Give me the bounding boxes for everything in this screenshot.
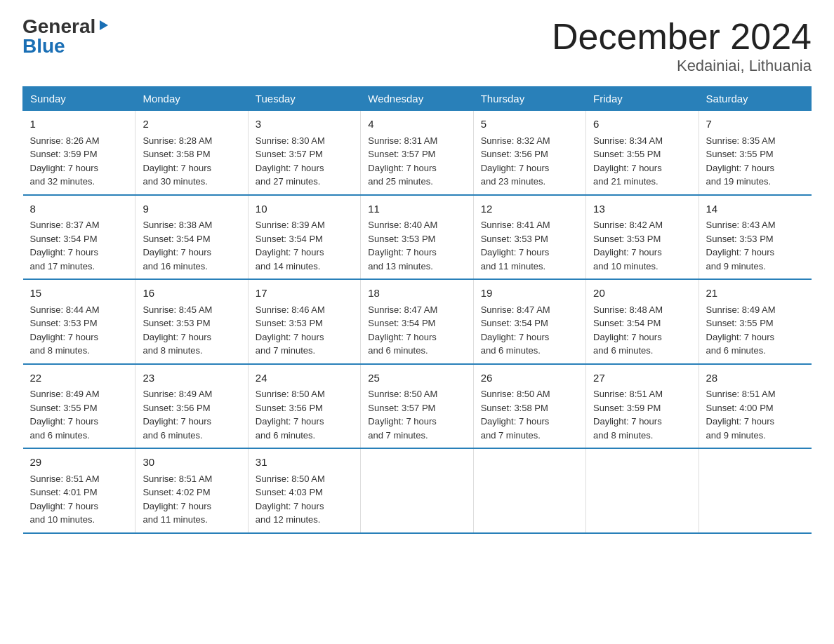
day-daylight: Daylight: 7 hours <box>143 332 211 342</box>
calendar-cell: 10 Sunrise: 8:39 AM Sunset: 3:54 PM Dayl… <box>248 195 360 280</box>
day-sunrise: Sunrise: 8:49 AM <box>30 389 100 399</box>
title-block: December 2024 Kedainiai, Lithuania <box>552 17 812 75</box>
calendar-cell: 7 Sunrise: 8:35 AM Sunset: 3:55 PM Dayli… <box>699 111 811 195</box>
day-sunset: Sunset: 4:03 PM <box>256 487 323 497</box>
page-header: General Blue December 2024 Kedainiai, Li… <box>22 17 812 75</box>
day-daylight: Daylight: 7 hours <box>368 332 437 342</box>
calendar-cell: 3 Sunrise: 8:30 AM Sunset: 3:57 PM Dayli… <box>248 111 360 195</box>
day-daylight: Daylight: 7 hours <box>256 247 324 257</box>
day-number: 1 <box>30 116 128 133</box>
day-daylight: Daylight: 7 hours <box>30 247 99 257</box>
day-sunset: Sunset: 3:57 PM <box>256 149 323 159</box>
calendar-cell <box>699 448 811 533</box>
calendar-cell: 14 Sunrise: 8:43 AM Sunset: 3:53 PM Dayl… <box>699 195 811 280</box>
day-daylight: Daylight: 7 hours <box>256 501 324 511</box>
day-minutes: and 12 minutes. <box>256 514 321 525</box>
day-minutes: and 10 minutes. <box>593 261 658 271</box>
header-wednesday: Wednesday <box>361 87 473 111</box>
day-number: 28 <box>706 370 805 387</box>
day-daylight: Daylight: 7 hours <box>368 416 437 427</box>
calendar-cell: 11 Sunrise: 8:40 AM Sunset: 3:53 PM Dayl… <box>361 195 473 280</box>
day-number: 6 <box>593 116 691 133</box>
header-monday: Monday <box>135 87 248 111</box>
day-minutes: and 30 minutes. <box>143 176 208 187</box>
day-daylight: Daylight: 7 hours <box>368 247 437 257</box>
day-sunrise: Sunrise: 8:51 AM <box>143 474 212 484</box>
day-number: 8 <box>30 201 128 217</box>
day-daylight: Daylight: 7 hours <box>256 163 324 173</box>
day-sunrise: Sunrise: 8:47 AM <box>368 304 437 315</box>
day-sunset: Sunset: 3:57 PM <box>368 149 435 159</box>
day-sunset: Sunset: 3:53 PM <box>143 318 210 328</box>
day-sunset: Sunset: 3:58 PM <box>143 149 210 159</box>
calendar-cell: 12 Sunrise: 8:41 AM Sunset: 3:53 PM Dayl… <box>473 195 585 280</box>
day-sunrise: Sunrise: 8:45 AM <box>143 304 212 315</box>
day-sunrise: Sunrise: 8:50 AM <box>481 389 550 399</box>
day-number: 27 <box>593 370 691 387</box>
calendar-week-5: 29 Sunrise: 8:51 AM Sunset: 4:01 PM Dayl… <box>23 448 812 533</box>
day-sunrise: Sunrise: 8:50 AM <box>256 389 325 399</box>
day-sunrise: Sunrise: 8:26 AM <box>30 135 100 146</box>
day-daylight: Daylight: 7 hours <box>256 332 324 342</box>
day-minutes: and 11 minutes. <box>143 514 208 525</box>
day-sunset: Sunset: 3:55 PM <box>706 149 774 159</box>
day-sunrise: Sunrise: 8:50 AM <box>368 389 437 399</box>
day-minutes: and 25 minutes. <box>368 176 433 187</box>
day-daylight: Daylight: 7 hours <box>706 163 775 173</box>
calendar-week-4: 22 Sunrise: 8:49 AM Sunset: 3:55 PM Dayl… <box>23 364 812 449</box>
day-sunrise: Sunrise: 8:41 AM <box>481 220 550 230</box>
day-sunset: Sunset: 3:56 PM <box>143 403 210 413</box>
day-minutes: and 6 minutes. <box>368 345 428 356</box>
day-sunrise: Sunrise: 8:40 AM <box>368 220 437 230</box>
day-daylight: Daylight: 7 hours <box>593 247 662 257</box>
day-sunrise: Sunrise: 8:35 AM <box>706 135 776 146</box>
day-number: 31 <box>256 455 353 471</box>
day-sunset: Sunset: 3:59 PM <box>30 149 98 159</box>
calendar-cell: 15 Sunrise: 8:44 AM Sunset: 3:53 PM Dayl… <box>23 279 135 364</box>
day-minutes: and 23 minutes. <box>481 176 546 187</box>
calendar-header-row: Sunday Monday Tuesday Wednesday Thursday… <box>23 87 812 111</box>
day-daylight: Daylight: 7 hours <box>706 332 775 342</box>
calendar-cell: 18 Sunrise: 8:47 AM Sunset: 3:54 PM Dayl… <box>361 279 473 364</box>
day-daylight: Daylight: 7 hours <box>368 163 437 173</box>
day-minutes: and 10 minutes. <box>30 514 95 525</box>
day-number: 26 <box>481 370 578 387</box>
day-sunset: Sunset: 4:01 PM <box>30 487 98 497</box>
day-number: 24 <box>256 370 353 387</box>
day-sunset: Sunset: 3:53 PM <box>706 234 774 244</box>
day-sunset: Sunset: 3:55 PM <box>706 318 774 328</box>
day-minutes: and 11 minutes. <box>481 261 546 271</box>
day-minutes: and 16 minutes. <box>143 261 208 271</box>
day-number: 3 <box>256 116 353 133</box>
calendar-cell: 13 Sunrise: 8:42 AM Sunset: 3:53 PM Dayl… <box>586 195 699 280</box>
calendar-week-1: 1 Sunrise: 8:26 AM Sunset: 3:59 PM Dayli… <box>23 111 812 195</box>
day-sunrise: Sunrise: 8:46 AM <box>256 304 325 315</box>
day-sunset: Sunset: 3:56 PM <box>256 403 323 413</box>
calendar-title: December 2024 <box>552 17 812 57</box>
day-daylight: Daylight: 7 hours <box>481 163 550 173</box>
day-number: 25 <box>368 370 465 387</box>
header-saturday: Saturday <box>699 87 811 111</box>
header-thursday: Thursday <box>473 87 585 111</box>
day-minutes: and 21 minutes. <box>593 176 658 187</box>
day-sunrise: Sunrise: 8:42 AM <box>593 220 663 230</box>
day-minutes: and 32 minutes. <box>30 176 95 187</box>
day-sunset: Sunset: 3:53 PM <box>256 318 323 328</box>
day-number: 18 <box>368 286 465 302</box>
day-minutes: and 9 minutes. <box>706 261 766 271</box>
calendar-cell: 16 Sunrise: 8:45 AM Sunset: 3:53 PM Dayl… <box>135 279 248 364</box>
calendar-cell <box>473 448 585 533</box>
day-minutes: and 8 minutes. <box>143 345 202 356</box>
day-daylight: Daylight: 7 hours <box>143 416 211 427</box>
day-daylight: Daylight: 7 hours <box>256 416 324 427</box>
calendar-week-2: 8 Sunrise: 8:37 AM Sunset: 3:54 PM Dayli… <box>23 195 812 280</box>
day-sunrise: Sunrise: 8:34 AM <box>593 135 663 146</box>
day-minutes: and 6 minutes. <box>706 345 766 356</box>
day-minutes: and 8 minutes. <box>593 430 653 441</box>
calendar-location: Kedainiai, Lithuania <box>552 57 812 75</box>
day-number: 2 <box>143 116 240 133</box>
header-tuesday: Tuesday <box>248 87 360 111</box>
day-sunrise: Sunrise: 8:51 AM <box>30 474 100 484</box>
day-daylight: Daylight: 7 hours <box>593 332 662 342</box>
calendar-cell: 9 Sunrise: 8:38 AM Sunset: 3:54 PM Dayli… <box>135 195 248 280</box>
